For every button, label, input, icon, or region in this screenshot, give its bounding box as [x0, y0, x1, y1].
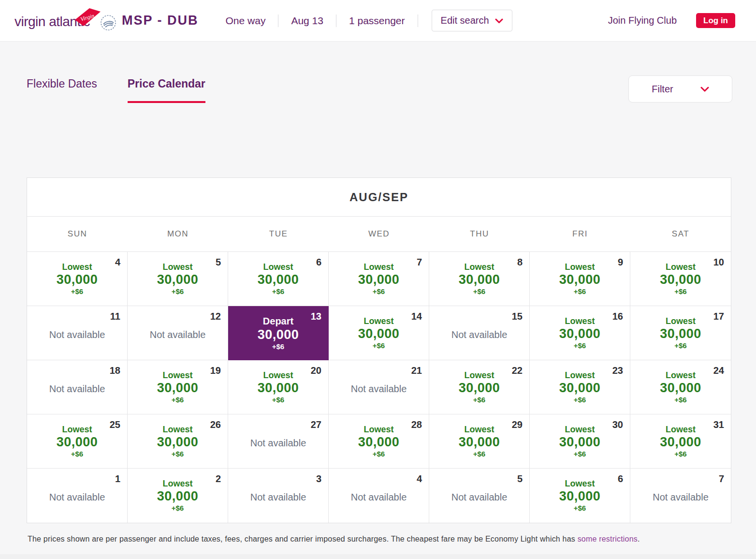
trip-type-label: One way: [226, 15, 266, 27]
day-number: 24: [713, 365, 724, 376]
fare-info: Lowest30,000+$6: [329, 252, 429, 296]
fare-taxes: +$6: [329, 449, 429, 459]
fare-taxes: +$6: [530, 449, 630, 459]
fare-taxes: +$6: [429, 395, 529, 405]
fare-taxes: +$6: [128, 287, 228, 296]
not-available-label: Not available: [228, 469, 328, 503]
fare-taxes: +$6: [228, 395, 328, 405]
calendar-day-price[interactable]: 14Lowest30,000+$6: [329, 306, 429, 360]
lowest-fare-label: Lowest: [429, 262, 529, 272]
day-number: 29: [512, 419, 523, 430]
calendar-day-unavailable: 27Not available: [228, 414, 329, 469]
filter-label: Filter: [652, 84, 673, 95]
fare-points: 30,000: [329, 326, 429, 341]
calendar-day-selected[interactable]: 13Depart30,000+$6: [228, 306, 329, 360]
fare-info: Lowest30,000+$6: [530, 252, 630, 296]
login-button[interactable]: Log in: [696, 13, 735, 28]
day-number: 17: [713, 311, 724, 322]
calendar-day-unavailable: 18Not available: [27, 360, 128, 414]
day-number: 6: [316, 257, 321, 268]
weekday-label: MON: [128, 217, 228, 251]
lowest-fare-label: Lowest: [228, 262, 328, 272]
calendar-day-price[interactable]: 23Lowest30,000+$6: [530, 360, 630, 414]
travel-date-label: Aug 13: [291, 15, 323, 27]
virgin-atlantic-logo[interactable]: virgin atlantic Virgin: [15, 6, 111, 35]
calendar-day-price[interactable]: 22Lowest30,000+$6: [429, 360, 530, 414]
calendar-day-unavailable: 11Not available: [27, 306, 128, 360]
calendar-day-price[interactable]: 28Lowest30,000+$6: [329, 414, 429, 469]
calendar-day-price[interactable]: 2Lowest30,000+$6: [128, 469, 228, 523]
fare-taxes: +$6: [530, 287, 630, 296]
fare-taxes: +$6: [128, 449, 228, 459]
calendar-day-price[interactable]: 6Lowest30,000+$6: [228, 252, 329, 306]
calendar-day-price[interactable]: 4Lowest30,000+$6: [27, 252, 128, 306]
tab-price-calendar[interactable]: Price Calendar: [128, 77, 205, 103]
day-number: 12: [210, 311, 221, 322]
calendar-day-price[interactable]: 16Lowest30,000+$6: [530, 306, 630, 360]
weekday-label: FRI: [530, 217, 630, 251]
fare-points: 30,000: [27, 272, 127, 287]
fare-taxes: +$6: [630, 287, 731, 296]
calendar-day-price[interactable]: 5Lowest30,000+$6: [128, 252, 228, 306]
top-nav: virgin atlantic Virgin MSP - DUB One way: [0, 0, 756, 42]
fare-taxes: +$6: [329, 287, 429, 296]
not-available-label: Not available: [329, 469, 429, 503]
calendar-day-price[interactable]: 25Lowest30,000+$6: [27, 414, 128, 469]
day-number: 8: [517, 257, 523, 268]
fare-info: Lowest30,000+$6: [27, 252, 127, 296]
filter-button[interactable]: Filter: [628, 75, 732, 103]
day-number: 18: [110, 365, 120, 376]
calendar-day-price[interactable]: 20Lowest30,000+$6: [228, 360, 329, 414]
edit-search-button[interactable]: Edit search: [432, 10, 512, 31]
fare-points: 30,000: [530, 435, 630, 449]
calendar-day-price[interactable]: 24Lowest30,000+$6: [630, 360, 731, 414]
calendar-day-price[interactable]: 8Lowest30,000+$6: [429, 252, 530, 306]
calendar-day-price[interactable]: 7Lowest30,000+$6: [329, 252, 429, 306]
day-number: 28: [411, 419, 422, 430]
fare-points: 30,000: [128, 272, 228, 287]
day-number: 1: [115, 473, 120, 485]
day-number: 14: [411, 311, 422, 322]
fare-points: 30,000: [329, 435, 429, 449]
fare-points: 30,000: [630, 381, 731, 395]
calendar-day-price[interactable]: 10Lowest30,000+$6: [630, 252, 731, 306]
route-title: MSP - DUB: [122, 13, 199, 28]
fare-taxes: +$6: [228, 287, 328, 296]
calendar-day-price[interactable]: 6Lowest30,000+$6: [530, 469, 630, 523]
fare-points: 30,000: [228, 381, 328, 395]
day-number: 30: [612, 419, 623, 430]
fare-taxes: +$6: [27, 287, 127, 296]
edit-search-label: Edit search: [441, 15, 489, 26]
lowest-fare-label: Lowest: [329, 262, 429, 272]
disclaimer-suffix: .: [638, 535, 640, 543]
view-tabs: Flexible Dates Price Calendar: [27, 77, 205, 103]
calendar-day-price[interactable]: 30Lowest30,000+$6: [530, 414, 630, 469]
calendar-month-title: AUG/SEP: [27, 178, 731, 217]
day-number: 4: [417, 473, 422, 485]
calendar-day-price[interactable]: 17Lowest30,000+$6: [630, 306, 731, 360]
day-number: 27: [311, 419, 321, 430]
calendar-day-price[interactable]: 9Lowest30,000+$6: [530, 252, 630, 306]
fare-points: 30,000: [228, 272, 328, 287]
join-flying-club-link[interactable]: Join Flying Club: [608, 15, 677, 26]
day-number: 2: [216, 473, 221, 485]
day-number: 15: [512, 311, 523, 322]
divider: [278, 15, 278, 27]
weekday-header-row: SUN MON TUE WED THU FRI SAT: [27, 217, 731, 252]
fare-taxes: +$6: [128, 503, 228, 513]
fare-points: 30,000: [128, 489, 228, 503]
lowest-fare-label: Lowest: [27, 262, 127, 272]
restrictions-link[interactable]: some restrictions: [578, 535, 638, 543]
calendar-grid: 4Lowest30,000+$65Lowest30,000+$66Lowest3…: [27, 252, 731, 523]
virgin-flag-icon: Virgin: [73, 7, 102, 29]
tab-flexible-dates[interactable]: Flexible Dates: [27, 77, 97, 103]
fare-taxes: +$6: [329, 341, 429, 351]
day-number: 31: [713, 419, 724, 430]
fare-taxes: +$6: [128, 395, 228, 405]
calendar-day-price[interactable]: 19Lowest30,000+$6: [128, 360, 228, 414]
calendar-day-price[interactable]: 29Lowest30,000+$6: [429, 414, 530, 469]
calendar-day-price[interactable]: 26Lowest30,000+$6: [128, 414, 228, 469]
calendar-day-price[interactable]: 31Lowest30,000+$6: [630, 414, 731, 469]
fare-points: 30,000: [27, 435, 127, 449]
not-available-label: Not available: [630, 469, 731, 503]
